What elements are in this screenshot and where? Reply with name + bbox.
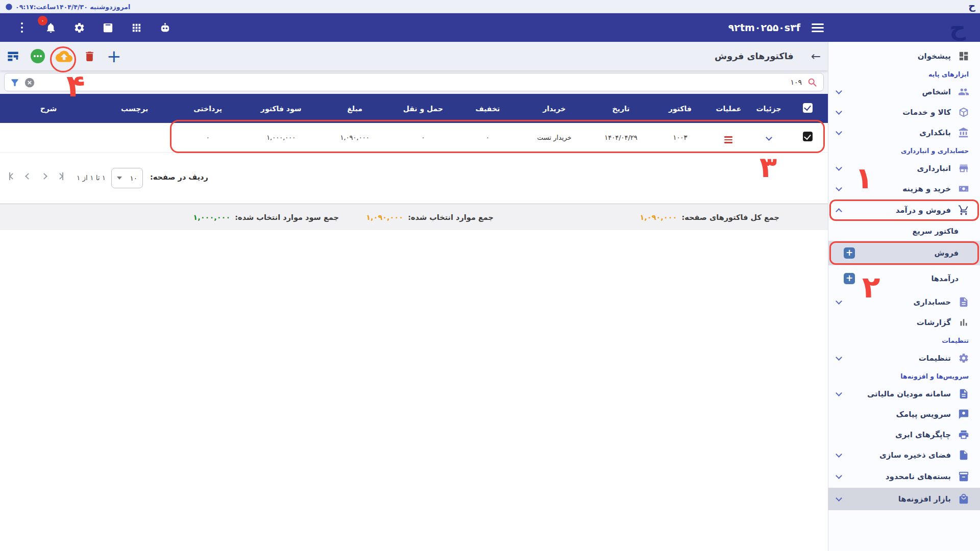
settings-gear-icon[interactable] (71, 20, 87, 35)
chevron-down-icon (836, 472, 842, 479)
sidebar-item-label: سامانه مودیان مالیاتی (867, 389, 951, 398)
kebab-menu-icon[interactable] (14, 20, 30, 35)
sidebar-item-purchase-expense[interactable]: خرید و هزینه (828, 179, 980, 199)
apps-grid-icon[interactable] (129, 20, 144, 35)
invoices-table: جزئیاتعملیاتفاکتورتاریخخریدارتخفیفحمل و … (0, 94, 828, 153)
column-header-buyer: خریدار (520, 94, 589, 123)
search-magnifier-icon[interactable] (807, 77, 818, 88)
rows-per-page-value: ۱۰ (130, 174, 137, 182)
chevron-down-icon (836, 164, 842, 171)
calculator-icon[interactable] (100, 20, 115, 35)
sidebar-item-storage[interactable]: فضای ذخیره سازی (828, 445, 980, 465)
page-title: فاکتورهای فروش (715, 51, 794, 61)
column-header-operations: عملیات (707, 94, 750, 123)
table-header-row: جزئیاتعملیاتفاکتورتاریخخریدارتخفیفحمل و … (0, 94, 828, 123)
cell-invoice-number[interactable]: ۱۰۰۳ (653, 123, 707, 152)
sidebar-subitem-quick-invoice[interactable]: فاکتور سریع (828, 221, 980, 241)
page-range-label: ۱ تا ۱ از ۱ (77, 173, 106, 182)
date-text: امروزدوشنبه ۱۴۰۴/۴/۳۰ساعت:۰۹:۱۷ (15, 3, 130, 11)
sidebar-item-cloud-printers[interactable]: چاپگرهای ابری (828, 424, 980, 445)
sidebar-item-dashboard[interactable]: پیشخوان (828, 46, 980, 66)
sidebar-item-label: بازار افزونه‌ها (898, 494, 951, 504)
column-header-amount: مبلغ (319, 94, 391, 123)
printer-icon (958, 429, 970, 441)
chart-icon (958, 316, 970, 329)
row-details-chevron-icon[interactable] (766, 134, 772, 141)
chevron-down-icon (836, 451, 842, 458)
sidebar-item-banking[interactable]: بانکداری (828, 122, 980, 143)
chevron-down-icon (836, 185, 842, 191)
cell-description (0, 123, 97, 152)
summary-label: جمع کل فاکتورهای صفحه: (681, 213, 779, 221)
brand-logo: ح (949, 13, 966, 42)
date-cluster: امروزدوشنبه ۱۴۰۴/۴/۳۰ساعت:۰۹:۱۷ (5, 2, 130, 12)
summary-value: ۱,۰۰۰,۰۰۰ (193, 213, 230, 221)
cell-date: ۱۴۰۴/۰۴/۲۹ (589, 123, 653, 152)
clear-search-icon[interactable] (24, 77, 35, 88)
sidebar-subitem-sales[interactable]: فروش+ (828, 241, 980, 265)
sidebar-item-persons[interactable]: اشخاص (828, 82, 980, 102)
main-content: + ← فاکتورهای فروش جزئیاتعملیاتفاکتورتار… (0, 42, 828, 551)
sidebar-subitem-label: فاکتور سریع (913, 227, 959, 235)
sidebar-section-services-addons: سرویس‌ها و افزونه‌ها (828, 368, 980, 384)
sidebar-item-settings[interactable]: تنظیمات (828, 348, 980, 368)
back-arrow-icon[interactable]: ← (811, 49, 821, 63)
sidebar: پیشخوانابزارهای پایهاشخاصکالا و خدماتبان… (828, 42, 980, 551)
sidebar-item-sms-service[interactable]: سرویس پیامک (828, 404, 980, 424)
summary-value: ۱,۰۹۰,۰۰۰ (640, 213, 677, 221)
last-page-icon[interactable] (58, 172, 63, 181)
column-header-description: شرح (0, 94, 97, 123)
package-icon (958, 470, 970, 483)
row-operations-menu-icon[interactable] (724, 136, 732, 143)
sidebar-item-goods-services[interactable]: کالا و خدمات (828, 102, 980, 122)
pagination-bar: ۱ تا ۱ از ۱ ۱۰ ردیف در صفحه: (0, 166, 828, 190)
column-header-details: جزئیات (750, 94, 788, 123)
app-bar: ۰ ۹۲tm۰۲۵۵۰s۳f ح (0, 13, 980, 42)
sidebar-item-accounting[interactable]: حسابداری (828, 292, 980, 312)
filter-funnel-icon[interactable] (10, 78, 20, 88)
sidebar-subitem-label: فروش (934, 249, 959, 257)
table-settings-icon[interactable] (6, 49, 20, 63)
quick-add-sales-button[interactable]: + (844, 247, 855, 259)
sidebar-item-addons-market[interactable]: بازار افزونه‌ها (828, 488, 980, 510)
doc-icon (958, 296, 970, 308)
sidebar-subitem-label: درآمدها (931, 274, 959, 283)
delete-trash-icon[interactable] (83, 50, 96, 63)
cell-buyer[interactable]: خریدار تست (520, 123, 589, 152)
column-header-date: تاریخ (589, 94, 653, 123)
add-invoice-button[interactable]: + (107, 48, 121, 64)
sidebar-item-reports[interactable]: گزارشات (828, 312, 980, 333)
gear-icon (958, 352, 970, 364)
sidebar-item-label: حسابداری (913, 297, 951, 307)
chevron-down-icon (836, 390, 842, 396)
next-page-icon[interactable] (42, 172, 46, 181)
money-icon (958, 183, 970, 195)
chevron-down-icon (836, 88, 842, 94)
more-options-icon[interactable] (31, 49, 45, 63)
notifications-bell-icon[interactable]: ۰ (43, 20, 58, 35)
store-icon (958, 162, 970, 174)
brand-logo-small: ح (968, 0, 975, 11)
search-input[interactable] (5, 73, 823, 91)
sidebar-item-sales-income[interactable]: فروش و درآمد (828, 199, 980, 221)
select-all-checkbox[interactable] (803, 103, 813, 113)
clock-icon (5, 3, 13, 11)
first-page-icon[interactable] (9, 172, 15, 181)
sidebar-item-warehousing[interactable]: انبارداری (828, 158, 980, 179)
cloud-upload-icon[interactable] (56, 48, 72, 65)
sidebar-subitem-incomes[interactable]: درآمدها+ (828, 265, 980, 292)
sidebar-item-label: گزارشات (917, 318, 951, 327)
rows-per-page-select[interactable]: ۱۰ (111, 168, 143, 188)
assistant-robot-icon[interactable] (157, 20, 173, 35)
sidebar-item-unlimited-packages[interactable]: بسته‌های نامحدود (828, 465, 980, 488)
sidebar-toggle-hamburger-icon[interactable] (812, 23, 824, 32)
sidebar-item-label: چاپگرهای ابری (895, 430, 951, 439)
quick-add-incomes-button[interactable]: + (844, 273, 855, 284)
row-checkbox[interactable] (803, 132, 813, 141)
chevron-down-icon (836, 298, 842, 305)
sidebar-item-tax-system[interactable]: سامانه مودیان مالیاتی (828, 384, 980, 404)
previous-page-icon[interactable] (26, 172, 31, 181)
totals-bar: جمع کل فاکتورهای صفحه:۱,۰۹۰,۰۰۰جمع موارد… (0, 204, 828, 230)
dashboard-icon (958, 50, 970, 62)
workspace-id: ۹۲tm۰۲۵۵۰s۳f (728, 13, 800, 42)
